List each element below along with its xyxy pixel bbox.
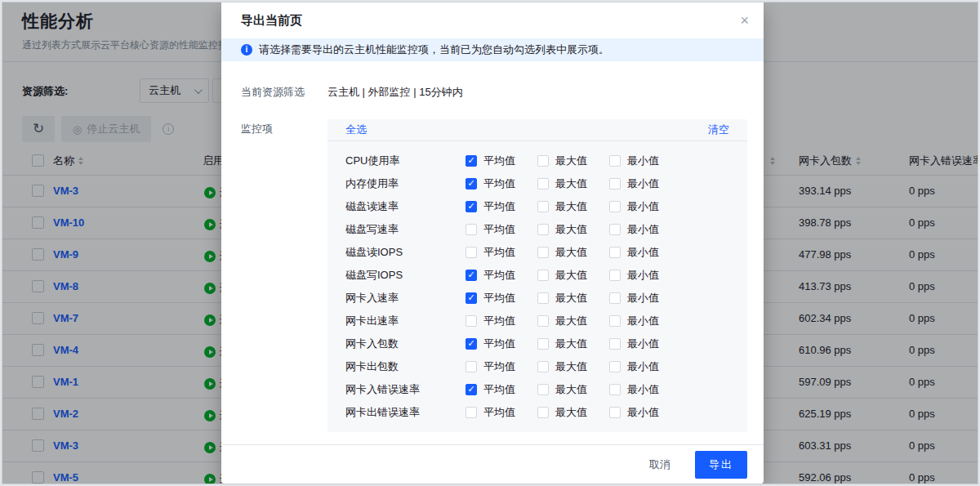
min-label: 最小值: [627, 359, 659, 374]
min-label: 最小值: [627, 222, 659, 237]
avg-label: 平均值: [483, 382, 515, 397]
min-label: 最小值: [627, 405, 659, 420]
avg-checkbox[interactable]: [466, 315, 477, 327]
select-all-link[interactable]: 全选: [345, 123, 367, 137]
current-filter-value: 云主机 | 外部监控 | 15分钟内: [327, 82, 463, 100]
avg-label: 平均值: [483, 199, 515, 214]
max-checkbox[interactable]: [537, 407, 549, 418]
min-checkbox[interactable]: [609, 201, 621, 212]
max-label: 最大值: [555, 199, 587, 214]
metric-name: 网卡入速率: [345, 291, 466, 305]
avg-checkbox[interactable]: [466, 270, 477, 281]
min-checkbox[interactable]: [609, 338, 621, 350]
metric-row: 网卡入速率 平均值 最大值 最小值: [327, 287, 747, 310]
min-checkbox-item: 最小值: [609, 337, 681, 351]
max-checkbox-item: 最大值: [537, 291, 609, 305]
avg-checkbox[interactable]: [466, 247, 477, 258]
avg-checkbox[interactable]: [466, 361, 477, 372]
avg-label: 平均值: [483, 154, 515, 168]
min-checkbox-item: 最小值: [609, 154, 681, 168]
min-label: 最小值: [627, 337, 659, 351]
metric-name: 网卡入错误速率: [345, 382, 466, 397]
min-label: 最小值: [627, 176, 659, 191]
export-dialog: 导出当前页 × i 请选择需要导出的云主机性能监控项，当前已为您自动勾选列表中展…: [221, 2, 764, 484]
metric-name: 内存使用率: [345, 176, 466, 191]
current-filter-row: 当前资源筛选 云主机 | 外部监控 | 15分钟内: [241, 82, 747, 100]
clear-link[interactable]: 清空: [708, 123, 729, 137]
max-checkbox[interactable]: [537, 361, 549, 372]
min-checkbox[interactable]: [609, 247, 621, 258]
avg-label: 平均值: [483, 176, 515, 191]
max-checkbox-item: 最大值: [537, 154, 609, 168]
current-filter-label: 当前资源筛选: [241, 82, 327, 100]
avg-checkbox[interactable]: [466, 224, 477, 235]
min-checkbox[interactable]: [609, 155, 621, 167]
avg-checkbox[interactable]: [466, 155, 477, 167]
max-checkbox[interactable]: [537, 270, 549, 281]
max-label: 最大值: [555, 382, 587, 397]
max-label: 最大值: [555, 359, 587, 374]
metric-row: CPU使用率 平均值 最大值 最小值: [327, 149, 747, 172]
metrics-panel: 全选 清空 CPU使用率 平均值 最大值 最小值 内存使用率 平均值 最大值: [327, 119, 747, 432]
avg-checkbox[interactable]: [466, 292, 477, 304]
screen: 性能分析 通过列表方式展示云平台核心资源的性能监控指标，支持 资源筛选: 云主机…: [2, 2, 978, 484]
min-checkbox-item: 最小值: [609, 268, 681, 283]
max-label: 最大值: [555, 154, 587, 168]
avg-checkbox-item: 平均值: [466, 291, 537, 305]
max-label: 最大值: [555, 176, 587, 191]
max-label: 最大值: [555, 245, 587, 260]
max-label: 最大值: [555, 268, 587, 283]
export-button[interactable]: 导出: [695, 451, 747, 479]
min-checkbox[interactable]: [609, 224, 621, 235]
min-checkbox-item: 最小值: [609, 199, 681, 214]
min-checkbox-item: 最小值: [609, 291, 681, 305]
min-checkbox-item: 最小值: [609, 222, 681, 237]
metric-name: 网卡出错误速率: [345, 405, 466, 420]
min-checkbox[interactable]: [609, 178, 621, 189]
max-checkbox[interactable]: [537, 178, 549, 189]
metric-row: 网卡入包数 平均值 最大值 最小值: [327, 332, 747, 355]
max-checkbox[interactable]: [537, 292, 549, 304]
max-checkbox-item: 最大值: [537, 405, 609, 420]
avg-checkbox-item: 平均值: [466, 176, 537, 191]
max-checkbox[interactable]: [537, 247, 549, 258]
cancel-button[interactable]: 取消: [638, 452, 682, 478]
min-checkbox[interactable]: [609, 407, 621, 418]
min-checkbox-item: 最小值: [609, 314, 681, 328]
avg-checkbox[interactable]: [466, 338, 477, 350]
dialog-header: 导出当前页 ×: [221, 2, 764, 38]
metric-row: 磁盘写速率 平均值 最大值 最小值: [327, 218, 747, 241]
min-checkbox[interactable]: [609, 270, 621, 281]
metric-name: 网卡出包数: [345, 359, 466, 374]
max-checkbox[interactable]: [537, 338, 549, 350]
min-checkbox[interactable]: [609, 384, 621, 395]
close-icon[interactable]: ×: [740, 13, 749, 28]
avg-checkbox[interactable]: [466, 384, 477, 395]
max-checkbox-item: 最大值: [537, 268, 609, 283]
max-checkbox[interactable]: [537, 224, 549, 235]
max-checkbox[interactable]: [537, 384, 549, 395]
max-checkbox[interactable]: [537, 155, 549, 167]
max-checkbox-item: 最大值: [537, 245, 609, 260]
avg-checkbox-item: 平均值: [466, 154, 537, 168]
avg-checkbox-item: 平均值: [466, 245, 537, 260]
max-checkbox[interactable]: [537, 201, 549, 212]
avg-checkbox[interactable]: [466, 178, 477, 189]
avg-checkbox-item: 平均值: [466, 405, 537, 420]
min-checkbox[interactable]: [609, 315, 621, 327]
min-label: 最小值: [627, 291, 659, 305]
avg-checkbox-item: 平均值: [466, 382, 537, 397]
min-checkbox[interactable]: [609, 292, 621, 304]
avg-checkbox[interactable]: [466, 407, 477, 418]
avg-checkbox[interactable]: [466, 201, 477, 212]
max-label: 最大值: [555, 222, 587, 237]
avg-label: 平均值: [483, 359, 515, 374]
metric-row: 内存使用率 平均值 最大值 最小值: [327, 172, 747, 195]
metric-row: 磁盘读速率 平均值 最大值 最小值: [327, 195, 747, 218]
min-checkbox[interactable]: [609, 361, 621, 372]
min-checkbox-item: 最小值: [609, 359, 681, 374]
avg-checkbox-item: 平均值: [466, 314, 537, 328]
info-icon: i: [241, 44, 252, 56]
max-checkbox[interactable]: [537, 315, 549, 327]
metric-name: 网卡入包数: [345, 337, 466, 351]
